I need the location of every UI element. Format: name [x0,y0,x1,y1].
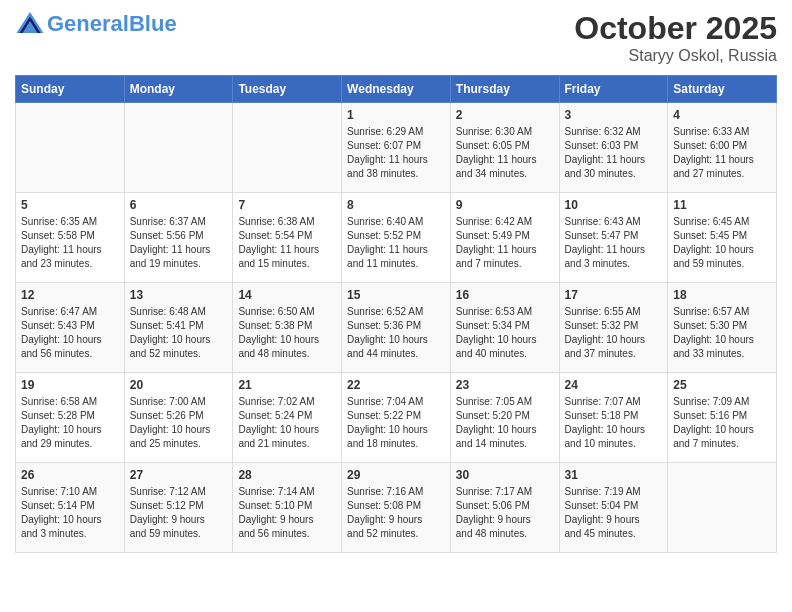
weekday-header-tuesday: Tuesday [233,76,342,103]
cell-info: Sunrise: 7:00 AM Sunset: 5:26 PM Dayligh… [130,395,228,451]
day-number: 10 [565,198,663,212]
calendar-cell: 27Sunrise: 7:12 AM Sunset: 5:12 PM Dayli… [124,463,233,553]
cell-info: Sunrise: 6:37 AM Sunset: 5:56 PM Dayligh… [130,215,228,271]
day-number: 4 [673,108,771,122]
calendar-cell: 7Sunrise: 6:38 AM Sunset: 5:54 PM Daylig… [233,193,342,283]
day-number: 28 [238,468,336,482]
cell-info: Sunrise: 6:55 AM Sunset: 5:32 PM Dayligh… [565,305,663,361]
cell-info: Sunrise: 7:17 AM Sunset: 5:06 PM Dayligh… [456,485,554,541]
cell-info: Sunrise: 6:33 AM Sunset: 6:00 PM Dayligh… [673,125,771,181]
logo-icon [15,10,45,38]
day-number: 30 [456,468,554,482]
calendar-cell: 28Sunrise: 7:14 AM Sunset: 5:10 PM Dayli… [233,463,342,553]
cell-info: Sunrise: 7:04 AM Sunset: 5:22 PM Dayligh… [347,395,445,451]
calendar-cell: 29Sunrise: 7:16 AM Sunset: 5:08 PM Dayli… [342,463,451,553]
calendar-cell [16,103,125,193]
calendar-week-1: 1Sunrise: 6:29 AM Sunset: 6:07 PM Daylig… [16,103,777,193]
cell-info: Sunrise: 6:38 AM Sunset: 5:54 PM Dayligh… [238,215,336,271]
calendar-cell: 26Sunrise: 7:10 AM Sunset: 5:14 PM Dayli… [16,463,125,553]
calendar-cell: 22Sunrise: 7:04 AM Sunset: 5:22 PM Dayli… [342,373,451,463]
day-number: 11 [673,198,771,212]
day-number: 26 [21,468,119,482]
calendar-cell [233,103,342,193]
day-number: 18 [673,288,771,302]
calendar-cell: 30Sunrise: 7:17 AM Sunset: 5:06 PM Dayli… [450,463,559,553]
cell-info: Sunrise: 7:02 AM Sunset: 5:24 PM Dayligh… [238,395,336,451]
calendar-title: October 2025 [574,10,777,47]
day-number: 25 [673,378,771,392]
calendar-cell: 20Sunrise: 7:00 AM Sunset: 5:26 PM Dayli… [124,373,233,463]
day-number: 24 [565,378,663,392]
calendar-week-4: 19Sunrise: 6:58 AM Sunset: 5:28 PM Dayli… [16,373,777,463]
page-header: GeneralBlue October 2025 Staryy Oskol, R… [15,10,777,65]
calendar-cell [124,103,233,193]
calendar-cell: 25Sunrise: 7:09 AM Sunset: 5:16 PM Dayli… [668,373,777,463]
calendar-week-3: 12Sunrise: 6:47 AM Sunset: 5:43 PM Dayli… [16,283,777,373]
weekday-header-wednesday: Wednesday [342,76,451,103]
cell-info: Sunrise: 7:16 AM Sunset: 5:08 PM Dayligh… [347,485,445,541]
day-number: 3 [565,108,663,122]
cell-info: Sunrise: 7:10 AM Sunset: 5:14 PM Dayligh… [21,485,119,541]
day-number: 21 [238,378,336,392]
day-number: 19 [21,378,119,392]
calendar-cell: 4Sunrise: 6:33 AM Sunset: 6:00 PM Daylig… [668,103,777,193]
weekday-header-thursday: Thursday [450,76,559,103]
day-number: 13 [130,288,228,302]
logo-general: General [47,11,129,36]
day-number: 14 [238,288,336,302]
calendar-cell: 10Sunrise: 6:43 AM Sunset: 5:47 PM Dayli… [559,193,668,283]
calendar-cell: 31Sunrise: 7:19 AM Sunset: 5:04 PM Dayli… [559,463,668,553]
day-number: 9 [456,198,554,212]
day-number: 27 [130,468,228,482]
calendar-cell: 5Sunrise: 6:35 AM Sunset: 5:58 PM Daylig… [16,193,125,283]
calendar-cell: 24Sunrise: 7:07 AM Sunset: 5:18 PM Dayli… [559,373,668,463]
calendar-cell: 17Sunrise: 6:55 AM Sunset: 5:32 PM Dayli… [559,283,668,373]
cell-info: Sunrise: 6:43 AM Sunset: 5:47 PM Dayligh… [565,215,663,271]
calendar-cell: 14Sunrise: 6:50 AM Sunset: 5:38 PM Dayli… [233,283,342,373]
calendar-cell: 13Sunrise: 6:48 AM Sunset: 5:41 PM Dayli… [124,283,233,373]
cell-info: Sunrise: 6:29 AM Sunset: 6:07 PM Dayligh… [347,125,445,181]
calendar-cell: 11Sunrise: 6:45 AM Sunset: 5:45 PM Dayli… [668,193,777,283]
calendar-cell: 8Sunrise: 6:40 AM Sunset: 5:52 PM Daylig… [342,193,451,283]
cell-info: Sunrise: 7:14 AM Sunset: 5:10 PM Dayligh… [238,485,336,541]
cell-info: Sunrise: 7:05 AM Sunset: 5:20 PM Dayligh… [456,395,554,451]
day-number: 12 [21,288,119,302]
weekday-header-monday: Monday [124,76,233,103]
weekday-header-sunday: Sunday [16,76,125,103]
cell-info: Sunrise: 6:50 AM Sunset: 5:38 PM Dayligh… [238,305,336,361]
calendar-cell: 12Sunrise: 6:47 AM Sunset: 5:43 PM Dayli… [16,283,125,373]
title-block: October 2025 Staryy Oskol, Russia [574,10,777,65]
day-number: 15 [347,288,445,302]
cell-info: Sunrise: 6:35 AM Sunset: 5:58 PM Dayligh… [21,215,119,271]
page-container: GeneralBlue October 2025 Staryy Oskol, R… [0,0,792,568]
cell-info: Sunrise: 7:12 AM Sunset: 5:12 PM Dayligh… [130,485,228,541]
logo: GeneralBlue [15,10,177,38]
day-number: 20 [130,378,228,392]
day-number: 5 [21,198,119,212]
calendar-cell: 15Sunrise: 6:52 AM Sunset: 5:36 PM Dayli… [342,283,451,373]
day-number: 31 [565,468,663,482]
cell-info: Sunrise: 6:47 AM Sunset: 5:43 PM Dayligh… [21,305,119,361]
calendar-week-2: 5Sunrise: 6:35 AM Sunset: 5:58 PM Daylig… [16,193,777,283]
logo-text: GeneralBlue [47,12,177,36]
cell-info: Sunrise: 6:48 AM Sunset: 5:41 PM Dayligh… [130,305,228,361]
calendar-cell [668,463,777,553]
calendar-week-5: 26Sunrise: 7:10 AM Sunset: 5:14 PM Dayli… [16,463,777,553]
day-number: 23 [456,378,554,392]
calendar-table: SundayMondayTuesdayWednesdayThursdayFrid… [15,75,777,553]
day-number: 1 [347,108,445,122]
calendar-cell: 19Sunrise: 6:58 AM Sunset: 5:28 PM Dayli… [16,373,125,463]
day-number: 16 [456,288,554,302]
day-number: 6 [130,198,228,212]
day-number: 8 [347,198,445,212]
calendar-subtitle: Staryy Oskol, Russia [574,47,777,65]
cell-info: Sunrise: 6:52 AM Sunset: 5:36 PM Dayligh… [347,305,445,361]
cell-info: Sunrise: 7:09 AM Sunset: 5:16 PM Dayligh… [673,395,771,451]
calendar-cell: 6Sunrise: 6:37 AM Sunset: 5:56 PM Daylig… [124,193,233,283]
calendar-cell: 3Sunrise: 6:32 AM Sunset: 6:03 PM Daylig… [559,103,668,193]
calendar-cell: 9Sunrise: 6:42 AM Sunset: 5:49 PM Daylig… [450,193,559,283]
calendar-cell: 18Sunrise: 6:57 AM Sunset: 5:30 PM Dayli… [668,283,777,373]
calendar-cell: 21Sunrise: 7:02 AM Sunset: 5:24 PM Dayli… [233,373,342,463]
cell-info: Sunrise: 6:40 AM Sunset: 5:52 PM Dayligh… [347,215,445,271]
day-number: 17 [565,288,663,302]
